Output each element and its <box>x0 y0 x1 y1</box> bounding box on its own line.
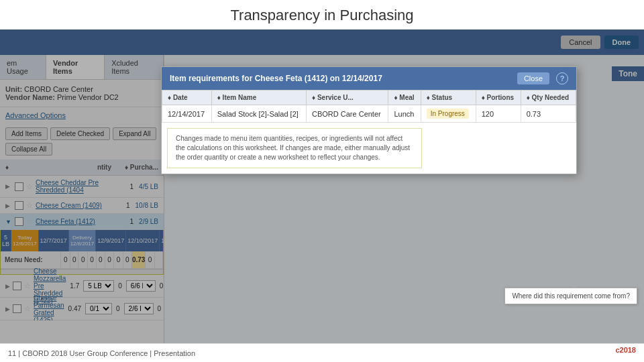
footer-logo: c2018 <box>615 346 636 361</box>
col-item-name: ♦ Item Name <box>211 90 306 105</box>
status-badge: In Progress <box>427 109 469 119</box>
notification-box: Changes made to menu item quantities, re… <box>167 128 422 168</box>
page-title: Transparency in Purchasing <box>0 0 644 29</box>
cell-qty-needed: 0.73 <box>521 105 576 123</box>
tooltip-text: Where did this requirement come from? <box>512 292 630 300</box>
cell-portions: 120 <box>476 105 521 123</box>
footer: 11 | CBORD 2018 User Group Conference | … <box>0 343 644 362</box>
col-qty-needed: ♦ Qty Needed <box>521 90 576 105</box>
cell-date: 12/14/2017 <box>162 105 212 123</box>
tooltip-callout: Where did this requirement come from? <box>504 288 637 304</box>
modal-header: Item requirements for Cheese Feta (1412)… <box>162 67 576 90</box>
modal-help-icon[interactable]: ? <box>556 72 568 84</box>
footer-logo-year: 2018 <box>620 346 636 354</box>
cell-meal: Lunch <box>388 105 421 123</box>
cell-status: In Progress <box>421 105 476 123</box>
modal-title: Item requirements for Cheese Feta (1412)… <box>170 74 382 83</box>
col-service-unit: ♦ Service U... <box>307 90 388 105</box>
cell-service-unit: CBORD Care Center <box>307 105 388 123</box>
col-date: ♦ Date <box>162 90 212 105</box>
modal-close-button[interactable]: Close <box>517 72 549 84</box>
table-row: 12/14/2017 Salad Stock [2]-Salad [2] CBO… <box>162 105 576 123</box>
col-portions: ♦ Portions <box>476 90 521 105</box>
notification-text: Changes made to menu item quantities, re… <box>176 135 410 161</box>
cell-item-name: Salad Stock [2]-Salad [2] <box>211 105 306 123</box>
main-content: Cancel Done Tone em Usage Vendor Items X… <box>0 29 644 358</box>
footer-text: 11 | CBORD 2018 User Group Conference | … <box>8 349 195 357</box>
col-status: ♦ Status <box>421 90 476 105</box>
col-meal: ♦ Meal <box>388 90 421 105</box>
item-requirements-modal: Item requirements for Cheese Feta (1412)… <box>161 66 577 174</box>
modal-table: ♦ Date ♦ Item Name ♦ Service U... ♦ Meal… <box>162 90 576 123</box>
